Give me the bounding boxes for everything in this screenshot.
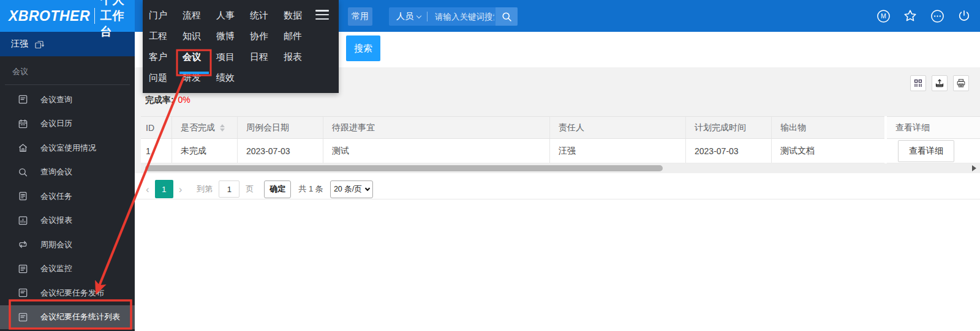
- cell-weekly-date: 2023-07-03: [238, 139, 323, 163]
- menu-item-data[interactable]: 数据: [284, 10, 311, 21]
- menu-item-issue[interactable]: 问题: [149, 72, 176, 84]
- scroll-right-arrow-icon[interactable]: [972, 165, 976, 171]
- tasks-table: ID 是否完成 周例会日期 待跟进事宜 责任人 计划完成时间 输出物 查看详细 …: [141, 116, 980, 163]
- menu-item-mail[interactable]: 邮件: [284, 31, 311, 42]
- menu-row: 问题 研发 绩效: [143, 67, 339, 88]
- sidebar: 汪强 会议 会议查询 会议日历: [0, 32, 135, 331]
- cell-status: 未完成: [172, 139, 238, 163]
- bar-chart-icon: [17, 215, 28, 226]
- menu-item-engineering[interactable]: 工程: [149, 31, 176, 42]
- document-icon: [17, 311, 28, 322]
- table-row: 1 未完成 2023-07-03 测试 汪强 2023-07-03 测试文档 查…: [141, 139, 980, 163]
- sidebar-divider: [5, 84, 130, 85]
- goto-page-input[interactable]: [219, 180, 239, 198]
- search-category-dropdown[interactable]: 人员: [396, 11, 413, 22]
- sidebar-item-meeting-tasks[interactable]: 会议任务: [0, 184, 135, 209]
- tab-common[interactable]: 常用: [348, 7, 372, 26]
- header-deliverable: 输出物: [772, 116, 884, 139]
- menu-item-stats[interactable]: 统计: [250, 10, 277, 21]
- brand-name: XBROTHER: [9, 8, 90, 24]
- completion-rate-value: 0%: [178, 95, 190, 105]
- completion-rate-label: 完成率:: [145, 95, 174, 105]
- header-status[interactable]: 是否完成: [172, 116, 238, 139]
- total-count-label: 共 1 条: [298, 184, 323, 195]
- confirm-button[interactable]: 确定: [264, 180, 291, 198]
- view-detail-button[interactable]: 查看详细: [898, 140, 954, 162]
- sidebar-item-meeting-reports[interactable]: 会议报表: [0, 209, 135, 233]
- table-header-row: ID 是否完成 周例会日期 待跟进事宜 责任人 计划完成时间 输出物 查看详细: [141, 116, 980, 139]
- global-search-input[interactable]: [434, 12, 496, 22]
- sort-icon[interactable]: [220, 124, 225, 132]
- goto-label: 到第: [197, 184, 213, 195]
- menu-row: 门户 流程 人事 统计 数据: [143, 5, 339, 26]
- sidebar-item-meeting-room-usage[interactable]: 会议室使用情况: [0, 136, 135, 160]
- switch-user-icon[interactable]: [34, 39, 45, 50]
- cell-deliverable: 测试文档: [772, 139, 884, 163]
- page-number-button[interactable]: 1: [155, 180, 173, 198]
- menu-item-meeting[interactable]: 会议: [183, 51, 210, 63]
- pagination: ‹ 1 › 到第 页 确定 共 1 条 20 条/页: [146, 180, 373, 198]
- menu-item-schedule[interactable]: 日程: [250, 51, 277, 63]
- active-menu-underline: [179, 72, 209, 74]
- horizontal-scrollbar[interactable]: [141, 163, 980, 173]
- goto-unit-label: 页: [246, 184, 254, 195]
- menu-item-project[interactable]: 项目: [216, 51, 244, 63]
- favorite-star-icon[interactable]: [903, 9, 918, 23]
- menu-item-process[interactable]: 流程: [183, 10, 210, 21]
- cell-detail: 查看详细: [887, 139, 980, 163]
- export-button[interactable]: [932, 75, 948, 91]
- menu-item-weibo[interactable]: 微博: [216, 31, 244, 42]
- menu-item-report[interactable]: 报表: [284, 51, 311, 63]
- menu-item-customer[interactable]: 客户: [149, 51, 176, 63]
- hamburger-menu-icon[interactable]: [315, 10, 329, 20]
- menu-item-performance[interactable]: 绩效: [216, 72, 244, 84]
- more-options-icon[interactable]: [930, 9, 944, 23]
- scrollbar-thumb[interactable]: [145, 165, 663, 171]
- document-icon: [17, 94, 28, 105]
- power-logout-icon[interactable]: [957, 9, 971, 23]
- chevron-down-icon: [364, 185, 369, 190]
- header-id: ID: [141, 116, 172, 139]
- svg-text:M: M: [881, 12, 886, 20]
- menu-item-knowledge[interactable]: 知识: [183, 31, 210, 42]
- cell-id: 1: [141, 139, 172, 163]
- cell-plan-finish: 2023-07-03: [686, 139, 772, 163]
- document-icon: [17, 288, 28, 299]
- menu-item-portal[interactable]: 门户: [149, 10, 176, 21]
- user-name: 汪强: [11, 39, 28, 50]
- logo-divider: [94, 8, 95, 24]
- print-button[interactable]: [953, 75, 969, 91]
- prev-page-button[interactable]: ‹: [146, 184, 149, 195]
- sidebar-item-recurring-meetings[interactable]: 周期会议: [0, 232, 135, 257]
- app-window: XBROTHER 个人工作台 常用 人员 M: [0, 0, 980, 331]
- calendar-icon: [17, 118, 28, 129]
- panel-bottom-border: [135, 199, 980, 199]
- sidebar-menu: 会议查询 会议日历 会议室使用情况 查询会议: [0, 87, 135, 329]
- menu-item-hr[interactable]: 人事: [216, 10, 244, 21]
- sidebar-item-meeting-calendar[interactable]: 会议日历: [0, 112, 135, 136]
- repeat-icon: [17, 239, 28, 250]
- global-search: 人员: [389, 7, 518, 26]
- table-toolbar: [910, 75, 969, 91]
- search-button[interactable]: 搜索: [346, 35, 380, 61]
- header-owner: 责任人: [550, 116, 686, 139]
- sidebar-section-label: 会议: [12, 66, 135, 77]
- page-size-select[interactable]: 20 条/页: [330, 180, 373, 198]
- chevron-down-icon: [417, 13, 421, 18]
- topbar-icons: M: [876, 0, 971, 32]
- cell-owner: 汪强: [550, 139, 686, 163]
- sidebar-item-meeting-query[interactable]: 会议查询: [0, 87, 135, 112]
- menu-item-collaboration[interactable]: 协作: [250, 31, 277, 42]
- sidebar-item-meeting-monitor[interactable]: 会议监控: [0, 257, 135, 281]
- sidebar-item-minutes-task-publish[interactable]: 会议纪要任务发布: [0, 281, 135, 305]
- task-icon: [17, 191, 28, 202]
- search-divider: [427, 12, 428, 21]
- search-icon[interactable]: [496, 7, 518, 26]
- sidebar-item-query-meeting[interactable]: 查询会议: [0, 160, 135, 185]
- meeting-room-icon: [17, 143, 28, 154]
- sidebar-item-minutes-task-stats-list[interactable]: 会议纪要任务统计列表: [0, 305, 135, 330]
- m-badge-icon[interactable]: M: [876, 9, 891, 23]
- header-follow-up: 待跟进事宜: [323, 116, 550, 139]
- column-settings-button[interactable]: [910, 75, 926, 91]
- next-page-button[interactable]: ›: [179, 184, 183, 195]
